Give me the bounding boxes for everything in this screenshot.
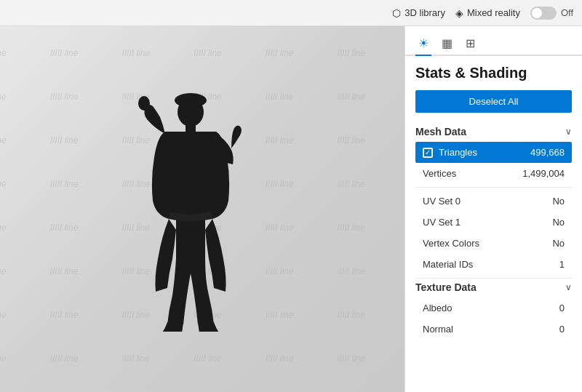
triangles-value: 499,668 [530, 147, 565, 158]
uv-set-0-value: No [552, 196, 565, 207]
mixed-reality-icon: ◈ [455, 7, 463, 19]
vertices-label: Vertices [423, 168, 456, 179]
triangles-row[interactable]: Triangles 499,668 [415, 142, 572, 163]
toggle-off-label: Off [561, 7, 573, 18]
watermark-1: lineIIIII lineIIIII lineIIIII lineIIIII … [0, 48, 365, 58]
svg-point-1 [175, 93, 207, 108]
tab-grid[interactable]: ⊞ [463, 32, 478, 55]
library-label: 3D library [404, 7, 445, 18]
panel-title: Stats & Shading [415, 65, 572, 81]
material-ids-row[interactable]: Material IDs 1 [415, 254, 572, 275]
vertex-colors-value: No [552, 238, 565, 249]
tab-stats[interactable]: ▦ [439, 32, 455, 55]
svg-point-3 [138, 96, 150, 111]
vertices-label-group: Vertices [423, 168, 456, 179]
library-icon: ⬡ [392, 7, 401, 19]
mixed-reality-label: Mixed reality [467, 7, 520, 18]
panel-content: Stats & Shading Deselect All Mesh Data ∨… [405, 56, 582, 348]
uv-set-1-row[interactable]: UV Set 1 No [415, 212, 572, 233]
mesh-data-title: Mesh Data [415, 126, 466, 137]
3d-library-button[interactable]: ⬡ 3D library [392, 7, 445, 19]
deselect-all-button[interactable]: Deselect All [415, 90, 572, 113]
3d-figure [132, 84, 249, 335]
main-area: lineIIIII lineIIIII lineIIIII lineIIIII … [0, 26, 582, 392]
top-bar: ⬡ 3D library ◈ Mixed reality Off [0, 0, 582, 26]
vertices-row[interactable]: Vertices 1,499,004 [415, 163, 572, 184]
mixed-reality-toggle[interactable] [530, 7, 557, 20]
albedo-row[interactable]: Albedo 0 [415, 297, 572, 319]
triangles-label: Triangles [439, 147, 477, 158]
texture-data-section-header: Texture Data ∨ [415, 281, 572, 293]
divider-1 [415, 187, 572, 188]
albedo-value: 0 [559, 303, 565, 313]
albedo-label: Albedo [423, 303, 452, 313]
divider-2 [415, 278, 572, 279]
uv-set-0-row[interactable]: UV Set 0 No [415, 191, 572, 212]
mixed-reality-button[interactable]: ◈ Mixed reality [455, 7, 520, 19]
stats-shading-panel: ☀ ▦ ⊞ Stats & Shading Deselect All Mesh … [404, 26, 582, 392]
material-ids-value: 1 [559, 259, 565, 270]
vertex-colors-row[interactable]: Vertex Colors No [415, 233, 572, 254]
panel-tabs: ☀ ▦ ⊞ [405, 26, 582, 56]
texture-data-chevron[interactable]: ∨ [565, 282, 572, 292]
tab-shading[interactable]: ☀ [415, 32, 431, 55]
3d-viewport[interactable]: lineIIIII lineIIIII lineIIIII lineIIIII … [0, 26, 404, 392]
texture-data-title: Texture Data [415, 281, 477, 293]
mesh-data-chevron[interactable]: ∨ [565, 127, 572, 137]
normal-value: 0 [559, 324, 565, 335]
vertices-value: 1,499,004 [522, 168, 565, 179]
triangles-label-group: Triangles [423, 147, 477, 158]
normal-row[interactable]: Normal 0 [415, 319, 572, 340]
mixed-reality-toggle-container: Off [530, 7, 573, 20]
watermark-8: lineIIIII lineIIIII lineIIIII lineIIIII … [0, 353, 365, 364]
uv-set-1-label: UV Set 1 [423, 217, 461, 228]
vertex-colors-label: Vertex Colors [423, 238, 479, 249]
material-ids-label: Material IDs [423, 259, 473, 270]
normal-label: Normal [423, 324, 453, 335]
uv-set-1-value: No [552, 217, 565, 228]
triangles-checkbox[interactable] [423, 148, 433, 158]
uv-set-0-label: UV Set 0 [423, 196, 461, 207]
mesh-data-section-header: Mesh Data ∨ [415, 126, 572, 137]
